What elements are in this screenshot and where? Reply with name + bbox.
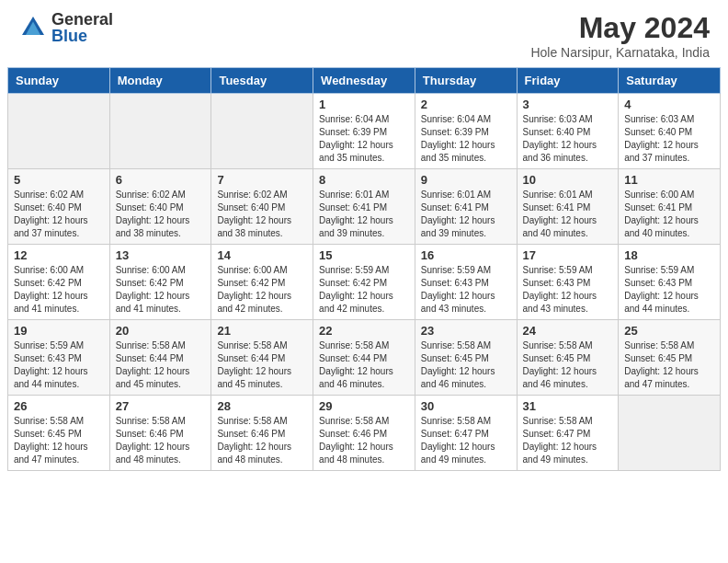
day-info: Sunrise: 5:58 AM Sunset: 6:44 PM Dayligh… [217, 339, 307, 391]
calendar-cell [8, 94, 110, 169]
day-number: 10 [523, 173, 613, 187]
day-number: 24 [523, 324, 613, 338]
calendar-cell [211, 94, 313, 169]
day-number: 4 [624, 98, 714, 111]
calendar-cell: 10Sunrise: 6:01 AM Sunset: 6:41 PM Dayli… [517, 169, 619, 245]
day-number: 9 [421, 173, 511, 187]
logo: General Blue [18, 11, 113, 44]
day-number: 12 [14, 248, 104, 262]
day-number: 8 [319, 173, 409, 187]
day-info: Sunrise: 6:03 AM Sunset: 6:40 PM Dayligh… [523, 113, 613, 165]
calendar-cell: 12Sunrise: 6:00 AM Sunset: 6:42 PM Dayli… [8, 245, 110, 320]
day-number: 6 [116, 173, 206, 187]
calendar-cell: 7Sunrise: 6:02 AM Sunset: 6:40 PM Daylig… [211, 169, 313, 245]
calendar-cell: 22Sunrise: 5:58 AM Sunset: 6:44 PM Dayli… [313, 320, 415, 396]
day-number: 25 [624, 324, 714, 338]
day-header-tuesday: Tuesday [211, 68, 313, 94]
day-info: Sunrise: 6:01 AM Sunset: 6:41 PM Dayligh… [523, 189, 613, 240]
day-number: 18 [624, 248, 714, 262]
day-info: Sunrise: 6:01 AM Sunset: 6:41 PM Dayligh… [421, 189, 511, 240]
day-info: Sunrise: 6:02 AM Sunset: 6:40 PM Dayligh… [217, 189, 307, 240]
day-number: 20 [116, 324, 206, 338]
day-info: Sunrise: 5:58 AM Sunset: 6:46 PM Dayligh… [319, 415, 409, 466]
day-header-monday: Monday [109, 68, 211, 94]
page-header: General Blue May 2024 Hole Narsipur, Kar… [0, 0, 728, 67]
calendar-week-2: 5Sunrise: 6:02 AM Sunset: 6:40 PM Daylig… [8, 169, 721, 245]
location: Hole Narsipur, Karnataka, India [530, 45, 710, 60]
calendar-cell: 8Sunrise: 6:01 AM Sunset: 6:41 PM Daylig… [313, 169, 415, 245]
calendar-cell: 4Sunrise: 6:03 AM Sunset: 6:40 PM Daylig… [619, 94, 721, 169]
calendar-cell: 26Sunrise: 5:58 AM Sunset: 6:45 PM Dayli… [8, 396, 110, 471]
calendar-cell: 16Sunrise: 5:59 AM Sunset: 6:43 PM Dayli… [415, 245, 517, 320]
calendar-cell: 5Sunrise: 6:02 AM Sunset: 6:40 PM Daylig… [8, 169, 110, 245]
calendar-cell: 15Sunrise: 5:59 AM Sunset: 6:42 PM Dayli… [313, 245, 415, 320]
day-number: 28 [217, 399, 307, 413]
day-info: Sunrise: 5:59 AM Sunset: 6:43 PM Dayligh… [523, 264, 613, 316]
calendar-cell: 21Sunrise: 5:58 AM Sunset: 6:44 PM Dayli… [211, 320, 313, 396]
day-header-friday: Friday [517, 68, 619, 94]
day-header-saturday: Saturday [619, 68, 721, 94]
day-info: Sunrise: 5:58 AM Sunset: 6:44 PM Dayligh… [319, 339, 409, 391]
day-number: 30 [421, 399, 511, 413]
day-number: 17 [523, 248, 613, 262]
calendar-cell: 18Sunrise: 5:59 AM Sunset: 6:43 PM Dayli… [619, 245, 721, 320]
day-header-sunday: Sunday [8, 68, 110, 94]
day-number: 1 [319, 98, 409, 111]
calendar-cell: 29Sunrise: 5:58 AM Sunset: 6:46 PM Dayli… [313, 396, 415, 471]
calendar-cell: 28Sunrise: 5:58 AM Sunset: 6:46 PM Dayli… [211, 396, 313, 471]
day-info: Sunrise: 6:04 AM Sunset: 6:39 PM Dayligh… [421, 113, 511, 165]
calendar-week-5: 26Sunrise: 5:58 AM Sunset: 6:45 PM Dayli… [8, 396, 721, 471]
day-header-wednesday: Wednesday [313, 68, 415, 94]
calendar-cell: 6Sunrise: 6:02 AM Sunset: 6:40 PM Daylig… [109, 169, 211, 245]
day-info: Sunrise: 5:58 AM Sunset: 6:45 PM Dayligh… [523, 339, 613, 391]
day-info: Sunrise: 6:00 AM Sunset: 6:41 PM Dayligh… [624, 189, 714, 240]
day-info: Sunrise: 6:00 AM Sunset: 6:42 PM Dayligh… [116, 264, 206, 316]
day-info: Sunrise: 5:58 AM Sunset: 6:45 PM Dayligh… [421, 339, 511, 391]
day-info: Sunrise: 6:01 AM Sunset: 6:41 PM Dayligh… [319, 189, 409, 240]
day-info: Sunrise: 6:04 AM Sunset: 6:39 PM Dayligh… [319, 113, 409, 165]
day-number: 13 [116, 248, 206, 262]
day-number: 29 [319, 399, 409, 413]
calendar-cell: 20Sunrise: 5:58 AM Sunset: 6:44 PM Dayli… [109, 320, 211, 396]
day-number: 19 [14, 324, 104, 338]
logo-blue: Blue [51, 28, 113, 44]
day-number: 3 [523, 98, 613, 111]
day-number: 15 [319, 248, 409, 262]
day-number: 26 [14, 399, 104, 413]
day-info: Sunrise: 5:59 AM Sunset: 6:42 PM Dayligh… [319, 264, 409, 316]
calendar-cell: 2Sunrise: 6:04 AM Sunset: 6:39 PM Daylig… [415, 94, 517, 169]
day-number: 31 [523, 399, 613, 413]
day-number: 23 [421, 324, 511, 338]
calendar-cell: 25Sunrise: 5:58 AM Sunset: 6:45 PM Dayli… [619, 320, 721, 396]
day-header-thursday: Thursday [415, 68, 517, 94]
day-info: Sunrise: 5:58 AM Sunset: 6:46 PM Dayligh… [116, 415, 206, 466]
day-info: Sunrise: 5:58 AM Sunset: 6:44 PM Dayligh… [116, 339, 206, 391]
day-info: Sunrise: 6:00 AM Sunset: 6:42 PM Dayligh… [14, 264, 104, 316]
day-info: Sunrise: 6:02 AM Sunset: 6:40 PM Dayligh… [116, 189, 206, 240]
logo-icon [18, 13, 48, 42]
calendar-cell: 17Sunrise: 5:59 AM Sunset: 6:43 PM Dayli… [517, 245, 619, 320]
logo-text: General Blue [51, 11, 113, 44]
calendar-cell: 9Sunrise: 6:01 AM Sunset: 6:41 PM Daylig… [415, 169, 517, 245]
calendar-cell [619, 396, 721, 471]
calendar-week-4: 19Sunrise: 5:59 AM Sunset: 6:43 PM Dayli… [8, 320, 721, 396]
month-year: May 2024 [530, 11, 710, 45]
day-info: Sunrise: 5:59 AM Sunset: 6:43 PM Dayligh… [624, 264, 714, 316]
day-number: 2 [421, 98, 511, 111]
logo-general: General [51, 11, 113, 28]
day-info: Sunrise: 5:58 AM Sunset: 6:47 PM Dayligh… [523, 415, 613, 466]
title-area: May 2024 Hole Narsipur, Karnataka, India [530, 11, 710, 60]
calendar-cell: 11Sunrise: 6:00 AM Sunset: 6:41 PM Dayli… [619, 169, 721, 245]
day-info: Sunrise: 6:03 AM Sunset: 6:40 PM Dayligh… [624, 113, 714, 165]
calendar-cell: 27Sunrise: 5:58 AM Sunset: 6:46 PM Dayli… [109, 396, 211, 471]
calendar-week-3: 12Sunrise: 6:00 AM Sunset: 6:42 PM Dayli… [8, 245, 721, 320]
day-number: 22 [319, 324, 409, 338]
calendar-cell: 30Sunrise: 5:58 AM Sunset: 6:47 PM Dayli… [415, 396, 517, 471]
calendar-cell: 13Sunrise: 6:00 AM Sunset: 6:42 PM Dayli… [109, 245, 211, 320]
day-info: Sunrise: 5:59 AM Sunset: 6:43 PM Dayligh… [421, 264, 511, 316]
day-info: Sunrise: 5:58 AM Sunset: 6:45 PM Dayligh… [14, 415, 104, 466]
day-info: Sunrise: 5:58 AM Sunset: 6:46 PM Dayligh… [217, 415, 307, 466]
day-info: Sunrise: 6:00 AM Sunset: 6:42 PM Dayligh… [217, 264, 307, 316]
day-info: Sunrise: 6:02 AM Sunset: 6:40 PM Dayligh… [14, 189, 104, 240]
calendar-cell: 14Sunrise: 6:00 AM Sunset: 6:42 PM Dayli… [211, 245, 313, 320]
